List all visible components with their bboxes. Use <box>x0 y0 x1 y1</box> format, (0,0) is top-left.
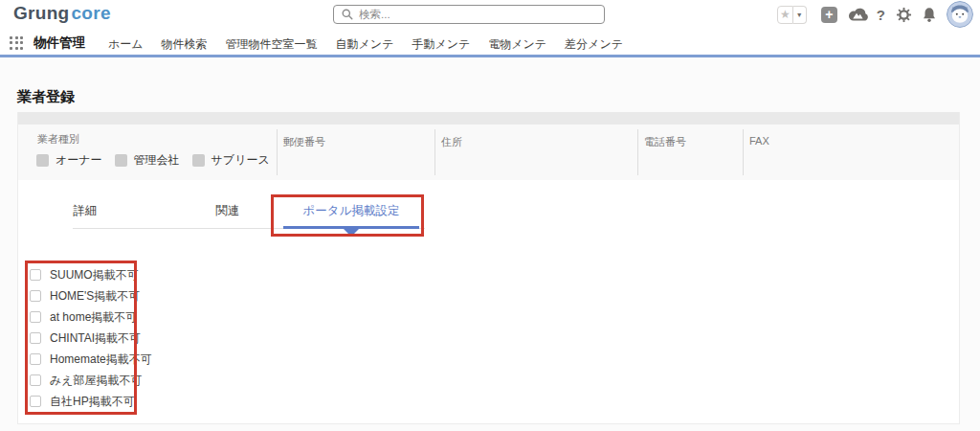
vendor-type-option: サブリース <box>192 152 270 169</box>
checkbox-label: オーナー <box>56 152 102 169</box>
logo-text-blue: core <box>72 3 111 23</box>
field-label-postal-code: 郵便番号 <box>283 135 325 149</box>
nav-tab[interactable]: ホーム <box>108 36 144 53</box>
tab-portal-settings[interactable]: ポータル掲載設定 <box>303 203 400 219</box>
setup-gear-icon[interactable] <box>896 7 912 23</box>
app-name: 物件管理 <box>33 34 85 52</box>
nav-tab-list: ホーム 物件検索 管理物件空室一覧 自動メンテ 手動メンテ 電物メンテ 差分メン… <box>108 36 623 53</box>
field-divider <box>743 129 744 175</box>
favorites-dropdown-icon[interactable]: ▼ <box>793 6 807 24</box>
nav-tab[interactable]: 差分メンテ <box>565 36 623 53</box>
checkbox-label: みえ部屋掲載不可 <box>50 373 143 389</box>
portal-checkbox-row: at home掲載不可 <box>30 306 152 328</box>
app-launcher-icon[interactable] <box>10 36 24 50</box>
favorite-star-icon[interactable]: ★ <box>777 6 793 24</box>
portal-checkbox-row: SUUMO掲載不可 <box>30 264 152 285</box>
page-title: 業者登録 <box>17 88 75 106</box>
checkbox[interactable] <box>30 269 41 281</box>
checkbox-label: HOME'S掲載不可 <box>50 288 140 305</box>
help-icon[interactable]: ? <box>877 7 885 23</box>
checkbox-label: Homemate掲載不可 <box>50 352 152 368</box>
checkbox-label: サブリース <box>212 152 270 169</box>
checkbox[interactable] <box>30 353 41 365</box>
checkbox-label: 管理会社 <box>134 152 180 169</box>
field-label-address: 住所 <box>441 135 462 149</box>
active-tab-caret-icon <box>343 228 360 237</box>
portal-checkbox-row: みえ部屋掲載不可 <box>30 370 152 391</box>
quick-add-icon[interactable]: + <box>821 7 837 23</box>
tab-details[interactable]: 詳細 <box>74 203 98 219</box>
vendor-type-option: オーナー <box>36 152 102 169</box>
vendor-type-options: オーナー 管理会社 サブリース <box>36 152 270 169</box>
checkbox[interactable] <box>30 374 41 386</box>
field-label-phone: 電話番号 <box>644 135 686 149</box>
field-divider <box>277 129 278 175</box>
search-input[interactable] <box>359 9 596 20</box>
checkbox[interactable] <box>30 290 41 302</box>
app-navbar: 物件管理 ホーム 物件検索 管理物件空室一覧 自動メンテ 手動メンテ 電物メンテ… <box>0 29 980 57</box>
vendor-type-option: 管理会社 <box>115 152 180 169</box>
favorites-control: ★ ▼ <box>777 6 807 24</box>
checkbox[interactable] <box>30 332 41 344</box>
global-search[interactable] <box>333 5 605 24</box>
checkbox-disabled[interactable] <box>115 154 127 167</box>
global-header: Grungcore ★ ▼ + ? <box>0 0 980 29</box>
checkbox-label: SUUMO掲載不可 <box>50 267 139 284</box>
field-divider <box>637 129 638 175</box>
checkbox-disabled[interactable] <box>36 154 49 167</box>
record-card: 業者種別 オーナー 管理会社 サブリース 郵便番号 住所 電話番号 FAX 詳細… <box>17 112 960 424</box>
app-logo: Grungcore <box>13 3 111 24</box>
highlights-panel: 業者種別 オーナー 管理会社 サブリース 郵便番号 住所 電話番号 FAX <box>18 125 959 180</box>
trailhead-guidance-icon[interactable] <box>848 7 868 22</box>
checkbox-disabled[interactable] <box>192 154 205 167</box>
header-icon-bar: ★ ▼ + ? <box>777 0 973 29</box>
checkbox[interactable] <box>30 396 41 407</box>
field-label-fax: FAX <box>749 135 769 147</box>
nav-tab[interactable]: 管理物件空室一覧 <box>226 36 318 53</box>
nav-tab[interactable]: 電物メンテ <box>488 36 546 53</box>
field-divider <box>434 129 435 175</box>
tab-related[interactable]: 関連 <box>216 203 240 219</box>
nav-tab[interactable]: 物件検索 <box>162 36 208 53</box>
portal-checkbox-row: 自社HP掲載不可 <box>30 391 152 412</box>
portal-checkbox-row: CHINTAI掲載不可 <box>30 328 152 349</box>
checkbox-label: CHINTAI掲載不可 <box>50 330 141 347</box>
user-avatar[interactable] <box>947 1 973 28</box>
checkbox[interactable] <box>30 311 41 323</box>
notifications-bell-icon[interactable] <box>922 7 937 23</box>
nav-tab[interactable]: 手動メンテ <box>412 36 470 53</box>
portal-checkbox-row: Homemate掲載不可 <box>30 349 152 370</box>
search-icon <box>342 9 353 20</box>
checkbox-label: 自社HP掲載不可 <box>50 394 135 410</box>
card-header-strip <box>18 112 959 125</box>
nav-tab[interactable]: 自動メンテ <box>336 36 394 53</box>
portal-checkbox-list: SUUMO掲載不可 HOME'S掲載不可 at home掲載不可 CHINTAI… <box>30 264 152 412</box>
checkbox-label: at home掲載不可 <box>50 309 137 326</box>
portal-checkbox-row: HOME'S掲載不可 <box>30 285 152 306</box>
logo-text-gray: Grung <box>13 3 70 23</box>
field-label-vendor-type: 業者種別 <box>37 132 79 147</box>
